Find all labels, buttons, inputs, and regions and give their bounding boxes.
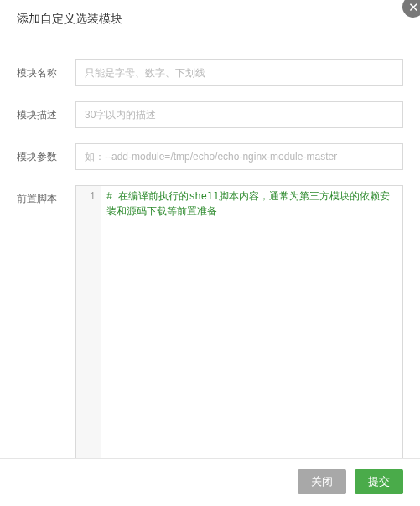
input-module-desc[interactable]	[75, 101, 403, 128]
input-module-name[interactable]	[75, 59, 403, 86]
modal-body: 模块名称 模块描述 模块参数 前置脚本 1	[0, 39, 420, 458]
row-pre-script: 前置脚本 1 # 在编译前执行的shell脚本内容，通常为第三方模块的依赖安装和…	[17, 185, 403, 458]
modal-footer: 关闭 提交	[0, 458, 420, 506]
code-content[interactable]: # 在编译前执行的shell脚本内容，通常为第三方模块的依赖安装和源码下载等前置…	[101, 186, 402, 458]
label-pre-script: 前置脚本	[17, 185, 75, 206]
label-module-name: 模块名称	[17, 59, 75, 80]
modal-add-custom-module: ✕ 添加自定义选装模块 模块名称 模块描述 模块参数 前置脚本	[0, 0, 420, 506]
label-module-desc: 模块描述	[17, 101, 75, 122]
submit-button[interactable]: 提交	[355, 469, 403, 494]
input-module-params[interactable]	[75, 143, 403, 170]
row-module-desc: 模块描述	[17, 101, 403, 128]
row-module-params: 模块参数	[17, 143, 403, 170]
modal-title: 添加自定义选装模块	[17, 12, 122, 27]
code-gutter: 1	[76, 186, 101, 458]
code-editor-pre-script[interactable]: 1 # 在编译前执行的shell脚本内容，通常为第三方模块的依赖安装和源码下载等…	[75, 185, 403, 458]
cancel-button[interactable]: 关闭	[298, 469, 346, 494]
modal-header: 添加自定义选装模块	[0, 0, 420, 39]
close-icon: ✕	[408, 1, 419, 13]
line-number: 1	[76, 189, 96, 204]
row-module-name: 模块名称	[17, 59, 403, 86]
label-module-params: 模块参数	[17, 143, 75, 164]
code-comment: # 在编译前执行的shell脚本内容，通常为第三方模块的依赖安装和源码下载等前置…	[106, 191, 390, 218]
